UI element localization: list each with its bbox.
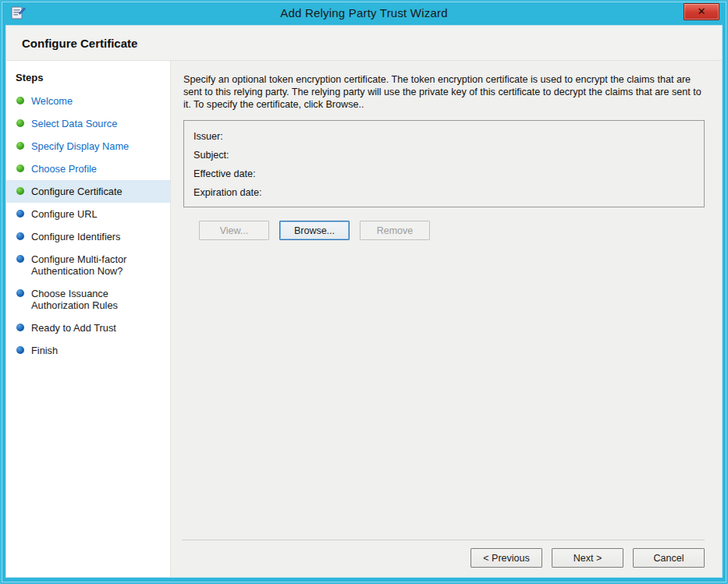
step-status-icon <box>16 232 24 240</box>
titlebar: Add Relying Party Trust Wizard ✕ <box>5 1 723 25</box>
sidebar-item-specify-display-name[interactable]: Specify Display Name <box>6 135 170 158</box>
wizard-window: Add Relying Party Trust Wizard ✕ Configu… <box>0 0 728 584</box>
sidebar-item-configure-certificate[interactable]: Configure Certificate <box>6 180 170 203</box>
certificate-expiration-date-label: Expiration date: <box>194 183 694 202</box>
sidebar-item-label: Configure URL <box>31 208 98 220</box>
step-status-icon <box>16 255 24 263</box>
certificate-subject-label: Subject: <box>194 146 694 165</box>
sidebar-item-finish[interactable]: Finish <box>6 339 170 362</box>
sidebar-item-configure-url[interactable]: Configure URL <box>6 203 170 225</box>
close-icon: ✕ <box>698 5 706 17</box>
remove-button: Remove <box>360 221 430 240</box>
step-status-icon <box>16 187 24 195</box>
sidebar-item-ready-to-add-trust[interactable]: Ready to Add Trust <box>6 317 170 339</box>
sidebar-item-choose-profile[interactable]: Choose Profile <box>6 158 170 180</box>
sidebar-item-select-data-source[interactable]: Select Data Source <box>6 112 170 135</box>
cancel-button[interactable]: Cancel <box>633 548 705 568</box>
step-status-icon <box>16 324 24 331</box>
steps-heading: Steps <box>6 67 170 90</box>
sidebar-item-configure-mfa[interactable]: Configure Multi-factor Authentication No… <box>6 248 170 282</box>
step-status-icon <box>16 142 24 150</box>
sidebar-item-label: Choose Issuance Authorization Rules <box>31 288 162 311</box>
page-title: Configure Certificate <box>22 37 706 50</box>
certificate-info-box: Issuer: Subject: Effective date: Expirat… <box>183 120 705 207</box>
sidebar-item-choose-issuance-rules[interactable]: Choose Issuance Authorization Rules <box>6 282 170 317</box>
main-area: Steps Welcome Select Data Source Specify… <box>6 61 722 577</box>
next-button[interactable]: Next > <box>552 548 623 568</box>
certificate-actions: View... Browse... Remove <box>199 221 705 240</box>
wizard-frame: Configure Certificate Steps Welcome Sele… <box>5 25 723 578</box>
sidebar-item-label: Configure Certificate <box>31 186 123 197</box>
sidebar-item-label: Ready to Add Trust <box>31 322 116 334</box>
sidebar-item-label: Finish <box>31 345 58 356</box>
sidebar-item-configure-identifiers[interactable]: Configure Identifiers <box>6 225 170 248</box>
step-status-icon <box>16 119 24 127</box>
step-content: Specify an optional token encryption cer… <box>171 61 722 577</box>
step-status-icon <box>16 346 24 354</box>
steps-sidebar: Steps Welcome Select Data Source Specify… <box>6 61 171 577</box>
previous-button[interactable]: < Previous <box>471 548 542 568</box>
step-status-icon <box>16 165 24 172</box>
wizard-icon <box>10 5 26 20</box>
certificate-issuer-label: Issuer: <box>194 127 694 146</box>
sidebar-item-label: Configure Identifiers <box>31 231 121 242</box>
browse-button[interactable]: Browse... <box>279 221 350 240</box>
sidebar-item-label: Choose Profile <box>31 163 97 175</box>
sidebar-item-label: Welcome <box>31 95 73 107</box>
close-button[interactable]: ✕ <box>684 3 719 20</box>
certificate-effective-date-label: Effective date: <box>194 165 694 183</box>
step-status-icon <box>16 97 24 104</box>
window-title: Add Relying Party Trust Wizard <box>280 6 447 19</box>
sidebar-item-label: Configure Multi-factor Authentication No… <box>31 253 162 277</box>
step-description: Specify an optional token encryption cer… <box>183 73 705 111</box>
wizard-footer: < Previous Next > Cancel <box>182 540 705 577</box>
step-status-icon <box>16 289 24 297</box>
view-button: View... <box>199 221 269 240</box>
content-spacer <box>183 240 705 540</box>
step-status-icon <box>16 210 24 218</box>
sidebar-item-welcome[interactable]: Welcome <box>6 90 170 112</box>
page-header: Configure Certificate <box>6 26 722 61</box>
sidebar-item-label: Select Data Source <box>31 118 117 129</box>
sidebar-item-label: Specify Display Name <box>31 140 129 152</box>
